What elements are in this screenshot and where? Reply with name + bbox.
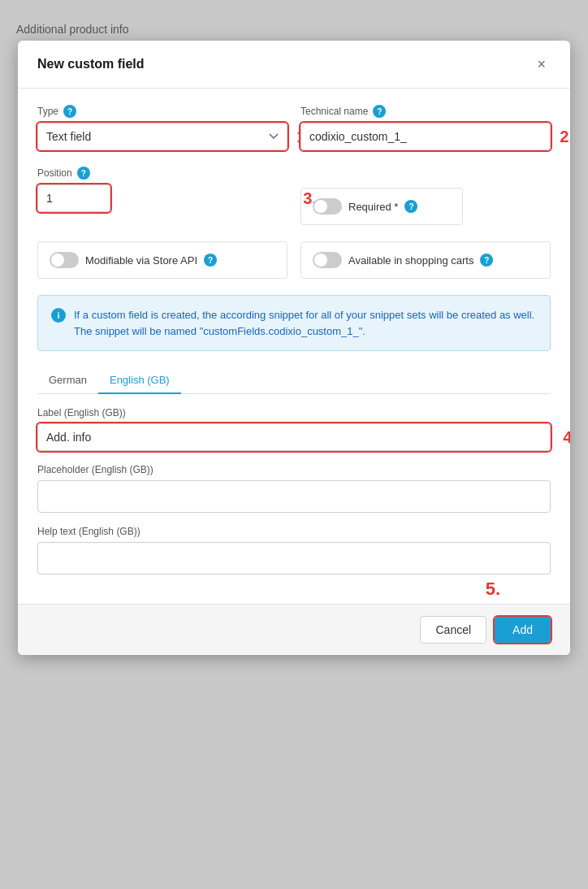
position-label: Position xyxy=(37,167,72,179)
position-help-icon[interactable]: ? xyxy=(77,167,90,180)
helptext-input[interactable] xyxy=(37,542,551,575)
type-label-row: Type ? xyxy=(37,105,288,118)
technical-name-help-icon[interactable]: ? xyxy=(373,105,386,118)
info-text: If a custom field is created, the accord… xyxy=(74,307,537,339)
label-section: Label (English (GB)) 4. xyxy=(37,407,551,451)
close-button[interactable]: × xyxy=(532,55,551,73)
helptext-section: Help text (English (GB)) xyxy=(37,526,551,575)
helptext-label: Help text (English (GB)) xyxy=(37,526,551,537)
position-group: Position ? 3. xyxy=(37,167,288,225)
technical-name-annotation: 2. xyxy=(560,128,570,146)
shopping-carts-toggle[interactable] xyxy=(313,252,342,268)
position-required-row: Position ? 3. Required * ? xyxy=(37,167,551,225)
shopping-carts-label: Available in shopping carts xyxy=(348,254,473,267)
modifiable-toggle[interactable] xyxy=(50,252,79,268)
add-button[interactable]: Add xyxy=(495,617,551,643)
modifiable-help-icon[interactable]: ? xyxy=(204,254,217,267)
technical-name-label-row: Technical name ? xyxy=(300,105,551,118)
language-tabs: German English (GB) xyxy=(37,367,551,394)
position-label-row: Position ? xyxy=(37,167,288,180)
required-spacer xyxy=(300,167,551,188)
label-annotation: 4. xyxy=(563,428,570,447)
technical-name-label: Technical name xyxy=(300,106,368,117)
placeholder-input[interactable] xyxy=(37,480,551,513)
modal-title: New custom field xyxy=(37,57,145,72)
type-group: Type ? Text field 1. xyxy=(37,105,288,150)
toggles-row: Modifiable via Store API ? Available in … xyxy=(37,241,551,279)
type-select[interactable]: Text field xyxy=(37,123,288,150)
position-input[interactable] xyxy=(37,184,110,212)
type-help-icon[interactable]: ? xyxy=(63,105,76,118)
modal-header: New custom field × xyxy=(18,41,570,89)
technical-name-group: Technical name ? 2. xyxy=(300,105,551,150)
background-title: Additional product info xyxy=(16,23,129,36)
label-input[interactable] xyxy=(37,423,551,451)
tab-english[interactable]: English (GB) xyxy=(98,367,181,394)
required-help-icon[interactable]: ? xyxy=(404,200,417,213)
tab-german[interactable]: German xyxy=(37,367,98,394)
placeholder-label: Placeholder (English (GB)) xyxy=(37,464,551,475)
type-technical-row: Type ? Text field 1. Technical name ? xyxy=(37,105,551,150)
position-wrap: 3. xyxy=(37,184,288,212)
add-annotation: 5. xyxy=(486,579,500,600)
technical-name-wrap: 2. xyxy=(300,123,551,150)
backdrop: Additional product info New custom field… xyxy=(0,16,588,889)
modal: New custom field × Type ? Text field xyxy=(18,41,570,655)
modal-footer: 5. Cancel Add xyxy=(18,604,570,655)
required-toggle[interactable] xyxy=(313,198,342,215)
modal-body: Type ? Text field 1. Technical name ? xyxy=(18,89,570,604)
modifiable-label: Modifiable via Store API xyxy=(85,254,197,267)
technical-name-input[interactable] xyxy=(300,123,551,150)
type-label: Type xyxy=(37,106,58,117)
type-field-wrap: Text field 1. xyxy=(37,123,288,150)
info-box: i If a custom field is created, the acco… xyxy=(37,295,551,351)
shopping-carts-help-icon[interactable]: ? xyxy=(480,254,493,267)
required-label: Required * xyxy=(348,201,398,213)
label-field-label: Label (English (GB)) xyxy=(37,407,551,418)
cancel-button[interactable]: Cancel xyxy=(420,616,486,644)
required-group: Required * ? xyxy=(300,167,551,225)
info-icon: i xyxy=(51,308,66,323)
placeholder-section: Placeholder (English (GB)) xyxy=(37,464,551,513)
shopping-carts-container: Available in shopping carts ? xyxy=(300,241,551,279)
required-toggle-container: Required * ? xyxy=(300,188,463,225)
label-input-wrap: 4. xyxy=(37,423,551,451)
modifiable-container: Modifiable via Store API ? xyxy=(37,241,288,279)
